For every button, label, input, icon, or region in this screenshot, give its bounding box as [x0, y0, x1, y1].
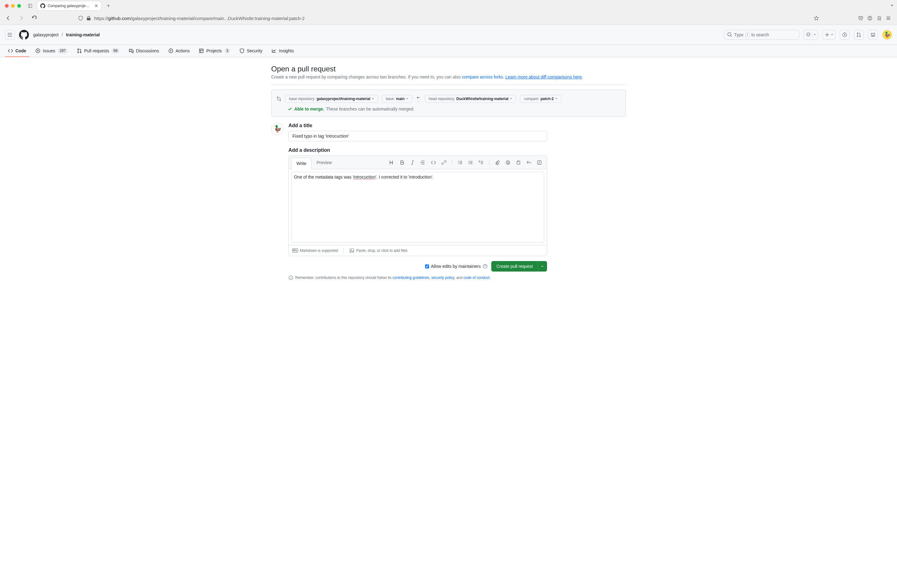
- svg-point-12: [78, 52, 78, 53]
- chevron-down-icon: [406, 98, 409, 100]
- account-icon[interactable]: [868, 16, 873, 21]
- pulls-button[interactable]: [854, 30, 864, 40]
- branch-selectors: base repository: galaxyproject/training-…: [276, 95, 621, 103]
- code-of-conduct-link[interactable]: code of conduct: [464, 276, 490, 280]
- chevron-down-icon: [814, 34, 816, 36]
- tab-security[interactable]: Security: [236, 45, 266, 57]
- svg-rect-29: [350, 249, 354, 253]
- quote-icon[interactable]: [421, 160, 426, 165]
- window-maximize-button[interactable]: [17, 4, 21, 8]
- markdown-icon: [292, 248, 298, 253]
- chevron-down-icon: [555, 98, 557, 100]
- repo-owner-link[interactable]: galaxyproject: [33, 32, 59, 37]
- title-input[interactable]: [288, 131, 547, 141]
- security-policy-link[interactable]: security policy: [431, 276, 454, 280]
- bold-icon[interactable]: [400, 160, 404, 165]
- contributing-link[interactable]: contributing guidelines: [392, 276, 429, 280]
- tab-close-button[interactable]: ✕: [95, 3, 98, 8]
- tab-actions[interactable]: Actions: [165, 45, 193, 57]
- search-icon: [727, 32, 732, 37]
- svg-point-26: [507, 162, 509, 163]
- avatar[interactable]: 🦆: [882, 30, 892, 40]
- contribution-notice: Remember, contributions to this reposito…: [288, 275, 626, 280]
- url-text: https://github.com/galaxyproject/trainin…: [94, 16, 305, 21]
- issues-button[interactable]: [840, 30, 850, 40]
- allow-edits-checkbox[interactable]: [425, 265, 429, 268]
- github-logo[interactable]: [19, 30, 29, 40]
- new-tab-button[interactable]: +: [104, 2, 113, 10]
- base-repo-selector[interactable]: base repository: galaxyproject/training-…: [285, 95, 378, 103]
- code-icon[interactable]: [431, 160, 436, 165]
- projects-count: 3: [224, 48, 230, 54]
- svg-point-22: [468, 162, 469, 162]
- window-minimize-button[interactable]: [11, 4, 15, 8]
- description-textarea[interactable]: One of the metadata tags was 'introcucti…: [291, 172, 544, 243]
- extensions-icon[interactable]: [877, 16, 882, 21]
- mention-icon[interactable]: [505, 160, 510, 165]
- info-icon: [288, 275, 293, 280]
- svg-rect-15: [199, 49, 203, 53]
- tab-code[interactable]: Code: [5, 45, 29, 57]
- attach-files-button[interactable]: Paste, drop, or click to add files: [349, 248, 407, 253]
- italic-icon[interactable]: [410, 160, 415, 165]
- slash-command-icon[interactable]: [537, 160, 542, 165]
- head-repo-selector[interactable]: head repository: DuckWhistle/training-ma…: [425, 95, 516, 103]
- pocket-icon[interactable]: [858, 16, 863, 21]
- tab-discussions[interactable]: Discussions: [126, 45, 162, 57]
- issue-icon: [35, 48, 40, 53]
- lock-icon: [86, 16, 91, 21]
- hamburger-menu-button[interactable]: [5, 30, 15, 40]
- svg-point-8: [859, 36, 860, 37]
- editor-toolbar: 123: [389, 160, 544, 165]
- add-button[interactable]: [822, 30, 836, 40]
- reload-button[interactable]: [29, 14, 39, 23]
- menu-icon[interactable]: [886, 16, 891, 21]
- copilot-button[interactable]: [804, 30, 818, 40]
- help-icon[interactable]: [483, 264, 488, 269]
- cross-reference-icon[interactable]: [516, 160, 521, 165]
- unordered-list-icon[interactable]: [468, 160, 473, 165]
- browser-chrome: Comparing galaxyproject:main... ✕ + http…: [0, 0, 897, 25]
- ordered-list-icon[interactable]: 123: [458, 160, 463, 165]
- search-input[interactable]: Type / to search: [724, 30, 799, 40]
- forward-button[interactable]: [17, 14, 26, 23]
- window-close-button[interactable]: [5, 4, 9, 8]
- window-controls: [3, 4, 23, 8]
- create-pr-dropdown[interactable]: [538, 261, 547, 271]
- tab-write[interactable]: Write: [291, 158, 312, 169]
- browser-tab[interactable]: Comparing galaxyproject:main... ✕: [37, 1, 102, 11]
- issue-icon: [842, 32, 847, 37]
- tab-insights[interactable]: Insights: [268, 45, 297, 57]
- search-key-badge: /: [745, 32, 749, 38]
- svg-point-17: [280, 100, 280, 101]
- comment-box: Write Preview 123: [288, 155, 547, 256]
- expand-tabs-button[interactable]: [889, 3, 894, 9]
- code-icon: [8, 48, 13, 53]
- reply-icon[interactable]: [527, 160, 531, 165]
- url-bar[interactable]: https://github.com/galaxyproject/trainin…: [77, 16, 810, 21]
- repo-name-link[interactable]: training-material: [66, 32, 100, 37]
- sidebar-toggle-button[interactable]: [26, 2, 34, 10]
- back-button[interactable]: [4, 14, 13, 23]
- pulls-count: 59: [112, 48, 119, 54]
- compare-forks-link[interactable]: compare across forks: [462, 75, 503, 80]
- compare-branch-selector[interactable]: compare: patch-2: [520, 95, 562, 103]
- github-header: galaxyproject / training-material Type /…: [0, 25, 897, 45]
- markdown-supported-link[interactable]: Markdown is supported: [292, 248, 338, 253]
- heading-icon[interactable]: [389, 160, 394, 165]
- base-branch-selector[interactable]: base: main: [382, 95, 412, 103]
- link-icon[interactable]: [441, 160, 446, 165]
- allow-edits-checkbox-wrap[interactable]: Allow edits by maintainers: [425, 264, 488, 269]
- bookmark-star-icon[interactable]: [814, 16, 819, 21]
- tab-issues[interactable]: Issues 297: [32, 45, 71, 57]
- svg-point-16: [277, 96, 278, 98]
- tab-preview[interactable]: Preview: [312, 157, 337, 168]
- tab-pull-requests[interactable]: Pull requests 59: [74, 45, 122, 57]
- inbox-button[interactable]: [868, 30, 878, 40]
- shield-icon: [239, 48, 244, 53]
- create-pr-button[interactable]: Create pull request: [491, 261, 547, 271]
- attach-icon[interactable]: [495, 160, 500, 165]
- diff-compare-link[interactable]: Learn more about diff comparisons here: [505, 75, 582, 80]
- tab-projects[interactable]: Projects 3: [196, 45, 233, 57]
- task-list-icon[interactable]: [479, 160, 484, 165]
